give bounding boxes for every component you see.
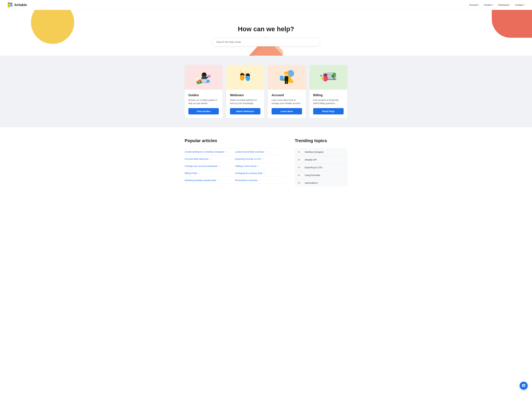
svg-rect-37: [284, 76, 288, 81]
svg-text:✦: ✦: [250, 72, 251, 73]
webinars-title: Webinars: [230, 93, 260, 97]
trending-item-1[interactable]: #1 Interface Designer: [295, 148, 347, 156]
svg-rect-47: [326, 79, 336, 80]
svg-rect-2: [10, 3, 12, 4]
trending-label-4: Using formulas: [305, 174, 320, 176]
guides-title: Guides: [188, 93, 219, 97]
trending-title: Trending topics: [295, 138, 347, 143]
svg-text:$: $: [322, 78, 323, 79]
popular-link-9[interactable]: Changing the primary field →: [235, 170, 285, 177]
logo[interactable]: Airtable: [7, 2, 27, 8]
popular-link-1[interactable]: Create interfaces in Interface Designer …: [185, 148, 235, 156]
chevron-down-icon: ▾: [478, 4, 479, 6]
popular-col-1: Create interfaces in Interface Designer …: [185, 148, 235, 184]
popular-link-6[interactable]: Linked record field overview →: [235, 148, 285, 156]
account-card: Account Learn more about how to manage y…: [268, 65, 306, 118]
svg-point-22: [240, 75, 244, 81]
read-faqs-button[interactable]: Read FAQs: [313, 108, 344, 114]
svg-rect-1: [10, 4, 12, 6]
popular-grid: Create interfaces in Interface Designer …: [185, 148, 285, 184]
nav-contact[interactable]: Contact ▾: [515, 4, 525, 6]
nav-links: Account ▾ Product ▾ Enterprise ▾ Contact…: [469, 4, 525, 6]
svg-rect-18: [207, 75, 211, 77]
chevron-down-icon: ▾: [493, 4, 493, 6]
bottom-section: Popular articles Create interfaces in In…: [0, 127, 532, 199]
trending-rank-4: #4: [298, 174, 302, 176]
svg-rect-41: [280, 76, 283, 80]
popular-link-5[interactable]: Deleting template sample data →: [185, 177, 235, 184]
trending-rank-5: #5: [298, 182, 302, 184]
billing-card-image: $ $: [310, 65, 347, 90]
account-card-body: Account Learn more about how to manage y…: [268, 90, 306, 118]
cards-section: Guides Browse our in-depth guides to hel…: [0, 56, 532, 127]
nav-enterprise[interactable]: Enterprise ▾: [498, 4, 510, 6]
webinars-illustration: ★ ✦ ✦: [235, 67, 255, 87]
trending-rank-2: #2: [298, 159, 302, 161]
svg-point-11: [202, 73, 206, 76]
svg-text:$: $: [321, 75, 321, 77]
svg-rect-0: [8, 4, 10, 7]
guides-card: Guides Browse our in-depth guides to hel…: [185, 65, 222, 118]
svg-rect-40: [283, 77, 285, 78]
trending-topics: Trending topics #1 Interface Designer #2…: [295, 138, 347, 187]
nav-product[interactable]: Product ▾: [484, 4, 493, 6]
trending-item-5[interactable]: #5 Automations: [295, 179, 347, 187]
guides-card-body: Guides Browse our in-depth guides to hel…: [185, 90, 222, 118]
logo-icon: [7, 2, 13, 8]
svg-text:✦: ✦: [240, 71, 241, 72]
billing-title: Billing: [313, 93, 344, 97]
trending-rank-1: #1: [298, 151, 302, 153]
trending-list: #1 Interface Designer #2 Airtable API #3…: [295, 148, 347, 187]
trending-label-5: Automations: [305, 181, 317, 184]
navigation: Airtable Account ▾ Product ▾ Enterprise …: [0, 0, 532, 10]
billing-card-body: Billing Find answers to frequently asked…: [310, 90, 347, 118]
svg-text:★: ★: [244, 71, 247, 73]
learn-more-button[interactable]: Learn More: [272, 108, 302, 114]
svg-rect-36: [285, 72, 288, 73]
svg-rect-44: [328, 74, 331, 75]
search-input[interactable]: [212, 38, 320, 47]
account-card-image: [268, 65, 306, 90]
hero-section: How can we help?: [0, 10, 532, 56]
view-guides-button[interactable]: View Guides: [188, 108, 219, 114]
guides-illustration: [194, 67, 214, 87]
popular-link-7[interactable]: Exporting records to CSV →: [235, 156, 285, 162]
account-illustration: [277, 67, 297, 87]
red-curve-decoration: [492, 10, 532, 38]
webinars-card: ★ ✦ ✦ Webinars Watch recorded webinars t…: [226, 65, 264, 118]
trending-label-3: Exporting to CSV: [305, 166, 322, 169]
trending-item-3[interactable]: #3 Exporting to CSV: [295, 164, 347, 171]
popular-link-10[interactable]: Permissions overview →: [235, 177, 285, 184]
popular-title: Popular articles: [185, 138, 285, 143]
search-container: [212, 38, 320, 47]
trending-item-2[interactable]: #2 Airtable API: [295, 156, 347, 164]
hero-title: How can we help?: [0, 25, 532, 33]
account-desc: Learn more about how to manage your Airt…: [272, 98, 302, 105]
webinars-card-body: Webinars Watch recorded webinars to leve…: [226, 90, 264, 118]
svg-rect-54: [327, 77, 331, 78]
svg-rect-38: [285, 81, 286, 84]
svg-point-50: [331, 75, 334, 78]
popular-link-2[interactable]: Formula field reference →: [185, 156, 235, 162]
popular-col-2: Linked record field overview → Exporting…: [235, 148, 285, 184]
nav-account[interactable]: Account ▾: [469, 4, 479, 6]
bottom-container: Popular articles Create interfaces in In…: [181, 138, 351, 187]
popular-link-8[interactable]: Adding a new record →: [235, 162, 285, 170]
chevron-down-icon: ▾: [509, 4, 510, 6]
watch-webinars-button[interactable]: Watch Webinars: [230, 108, 260, 114]
svg-rect-3: [8, 2, 10, 4]
cards-container: Guides Browse our in-depth guides to hel…: [181, 65, 351, 118]
account-title: Account: [272, 93, 302, 97]
popular-link-4[interactable]: Billing FAQs →: [185, 170, 235, 177]
svg-rect-16: [202, 79, 207, 82]
svg-rect-39: [287, 81, 288, 84]
billing-card: $ $ Billing Find answers to frequently a…: [310, 65, 347, 118]
chevron-down-icon: ▾: [524, 4, 525, 6]
guides-desc: Browse our in-depth guides to help you g…: [188, 98, 219, 105]
guides-card-image: [185, 65, 222, 90]
popular-articles: Popular articles Create interfaces in In…: [185, 138, 285, 187]
svg-point-26: [246, 76, 250, 81]
popular-link-3[interactable]: Change your account password →: [185, 162, 235, 170]
trending-label-2: Airtable API: [305, 158, 317, 161]
trending-item-4[interactable]: #4 Using formulas: [295, 171, 347, 179]
